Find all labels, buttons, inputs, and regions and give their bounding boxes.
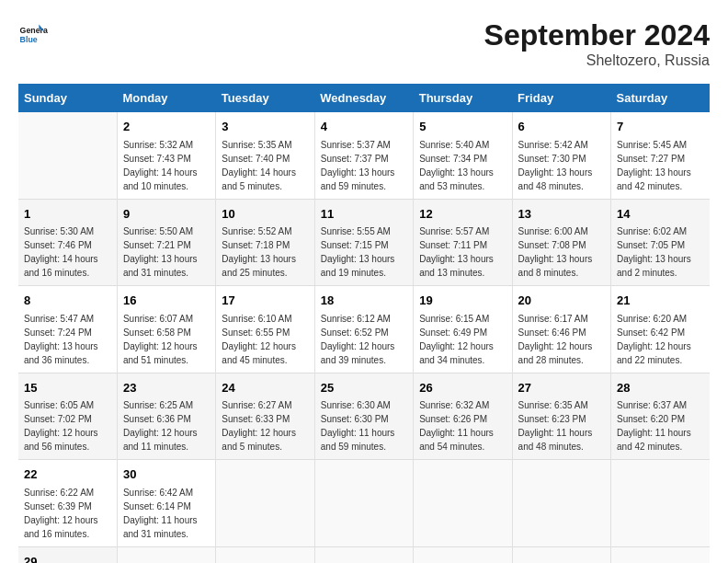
calendar-cell: 28Sunrise: 6:37 AM Sunset: 6:20 PM Dayli… [611,373,710,460]
calendar-cell: 18Sunrise: 6:12 AM Sunset: 6:52 PM Dayli… [314,286,413,373]
day-info: Sunrise: 6:25 AM Sunset: 6:36 PM Dayligh… [123,398,210,454]
day-info: Sunrise: 6:20 AM Sunset: 6:42 PM Dayligh… [617,312,704,367]
day-info: Sunrise: 6:22 AM Sunset: 6:39 PM Dayligh… [24,486,111,541]
calendar-cell: 2Sunrise: 5:32 AM Sunset: 7:43 PM Daylig… [117,112,215,199]
day-number: 12 [419,205,506,224]
calendar-cell [314,546,413,563]
calendar-cell [314,460,413,547]
page-header: General Blue September 2024 Sheltozero, … [18,18,710,69]
calendar-cell: 12Sunrise: 5:57 AM Sunset: 7:11 PM Dayli… [414,199,512,286]
calendar-cell: 29Sunrise: 6:40 AM Sunset: 6:17 PM Dayli… [18,546,117,563]
header-friday: Friday [512,84,610,112]
day-number: 6 [518,118,605,136]
day-number: 18 [321,292,407,310]
day-info: Sunrise: 6:00 AM Sunset: 7:08 PM Dayligh… [518,224,605,280]
calendar-table: SundayMondayTuesdayWednesdayThursdayFrid… [18,84,710,563]
day-number: 1 [24,205,111,224]
calendar-cell: 14Sunrise: 6:02 AM Sunset: 7:05 PM Dayli… [611,199,710,286]
week-row-5: 22Sunrise: 6:22 AM Sunset: 6:39 PM Dayli… [18,460,710,547]
day-info: Sunrise: 5:40 AM Sunset: 7:34 PM Dayligh… [419,138,506,193]
calendar-cell [512,546,610,563]
calendar-cell [512,460,610,547]
calendar-cell: 20Sunrise: 6:17 AM Sunset: 6:46 PM Dayli… [512,286,610,373]
day-info: Sunrise: 6:32 AM Sunset: 6:26 PM Dayligh… [419,398,506,454]
calendar-cell: 1Sunrise: 5:30 AM Sunset: 7:46 PM Daylig… [18,199,117,286]
title-block: September 2024 Sheltozero, Russia [484,18,710,69]
calendar-cell [611,460,710,547]
week-row-2: 1Sunrise: 5:30 AM Sunset: 7:46 PM Daylig… [18,199,710,286]
calendar-cell: 21Sunrise: 6:20 AM Sunset: 6:42 PM Dayli… [611,286,710,373]
day-number: 8 [24,292,111,310]
calendar-cell: 30Sunrise: 6:42 AM Sunset: 6:14 PM Dayli… [117,460,215,547]
day-info: Sunrise: 6:02 AM Sunset: 7:05 PM Dayligh… [617,224,704,280]
day-number: 30 [123,465,210,484]
calendar-cell [117,546,215,563]
header-monday: Monday [117,84,215,112]
calendar-cell [414,546,512,563]
logo: General Blue [18,18,48,48]
logo-icon: General Blue [18,18,48,48]
day-number: 23 [123,379,210,397]
day-number: 11 [321,205,407,224]
day-info: Sunrise: 5:45 AM Sunset: 7:27 PM Dayligh… [617,138,704,193]
calendar-cell: 17Sunrise: 6:10 AM Sunset: 6:55 PM Dayli… [216,286,314,373]
day-number: 7 [617,118,704,136]
day-number: 24 [222,379,308,397]
calendar-cell: 5Sunrise: 5:40 AM Sunset: 7:34 PM Daylig… [414,112,512,199]
calendar-cell: 13Sunrise: 6:00 AM Sunset: 7:08 PM Dayli… [512,199,610,286]
day-number: 9 [123,205,210,224]
calendar-cell: 8Sunrise: 5:47 AM Sunset: 7:24 PM Daylig… [18,286,117,373]
day-info: Sunrise: 5:42 AM Sunset: 7:30 PM Dayligh… [518,138,605,193]
week-row-4: 15Sunrise: 6:05 AM Sunset: 7:02 PM Dayli… [18,373,710,460]
day-info: Sunrise: 6:27 AM Sunset: 6:33 PM Dayligh… [222,398,308,454]
day-number: 3 [222,118,308,136]
calendar-cell [216,546,314,563]
day-info: Sunrise: 6:30 AM Sunset: 6:30 PM Dayligh… [321,398,407,454]
day-info: Sunrise: 6:42 AM Sunset: 6:14 PM Dayligh… [123,486,210,541]
calendar-cell [414,460,512,547]
day-number: 14 [617,205,704,224]
week-row-3: 8Sunrise: 5:47 AM Sunset: 7:24 PM Daylig… [18,286,710,373]
header-sunday: Sunday [18,84,117,112]
day-info: Sunrise: 5:55 AM Sunset: 7:15 PM Dayligh… [321,224,407,280]
day-number: 17 [222,292,308,310]
day-number: 5 [419,118,506,136]
calendar-cell: 19Sunrise: 6:15 AM Sunset: 6:49 PM Dayli… [414,286,512,373]
header-tuesday: Tuesday [216,84,314,112]
day-info: Sunrise: 6:12 AM Sunset: 6:52 PM Dayligh… [321,312,407,367]
day-number: 22 [24,465,111,484]
calendar-cell: 23Sunrise: 6:25 AM Sunset: 6:36 PM Dayli… [117,373,215,460]
day-info: Sunrise: 6:05 AM Sunset: 7:02 PM Dayligh… [24,398,111,454]
calendar-cell: 26Sunrise: 6:32 AM Sunset: 6:26 PM Dayli… [414,373,512,460]
calendar-cell [216,460,314,547]
calendar-cell: 27Sunrise: 6:35 AM Sunset: 6:23 PM Dayli… [512,373,610,460]
header-wednesday: Wednesday [314,84,413,112]
day-info: Sunrise: 6:07 AM Sunset: 6:58 PM Dayligh… [123,312,210,367]
day-number: 21 [617,292,704,310]
day-info: Sunrise: 5:32 AM Sunset: 7:43 PM Dayligh… [123,138,210,193]
day-number: 4 [321,118,407,136]
calendar-cell: 9Sunrise: 5:50 AM Sunset: 7:21 PM Daylig… [117,199,215,286]
calendar-cell [18,112,117,199]
day-info: Sunrise: 5:30 AM Sunset: 7:46 PM Dayligh… [24,224,111,280]
calendar-cell: 24Sunrise: 6:27 AM Sunset: 6:33 PM Dayli… [216,373,314,460]
header-saturday: Saturday [611,84,710,112]
day-number: 25 [321,379,407,397]
day-number: 19 [419,292,506,310]
header-thursday: Thursday [414,84,512,112]
week-row-1: 2Sunrise: 5:32 AM Sunset: 7:43 PM Daylig… [18,112,710,199]
day-info: Sunrise: 6:37 AM Sunset: 6:20 PM Dayligh… [617,398,704,454]
day-info: Sunrise: 6:17 AM Sunset: 6:46 PM Dayligh… [518,312,605,367]
calendar-cell: 22Sunrise: 6:22 AM Sunset: 6:39 PM Dayli… [18,460,117,547]
calendar-cell: 15Sunrise: 6:05 AM Sunset: 7:02 PM Dayli… [18,373,117,460]
calendar-cell: 25Sunrise: 6:30 AM Sunset: 6:30 PM Dayli… [314,373,413,460]
day-number: 29 [24,553,111,564]
calendar-cell: 3Sunrise: 5:35 AM Sunset: 7:40 PM Daylig… [216,112,314,199]
day-info: Sunrise: 6:35 AM Sunset: 6:23 PM Dayligh… [518,398,605,454]
day-number: 15 [24,379,111,397]
calendar-cell: 4Sunrise: 5:37 AM Sunset: 7:37 PM Daylig… [314,112,413,199]
day-info: Sunrise: 5:35 AM Sunset: 7:40 PM Dayligh… [222,138,308,193]
calendar-cell [611,546,710,563]
day-info: Sunrise: 5:50 AM Sunset: 7:21 PM Dayligh… [123,224,210,280]
calendar-cell: 16Sunrise: 6:07 AM Sunset: 6:58 PM Dayli… [117,286,215,373]
